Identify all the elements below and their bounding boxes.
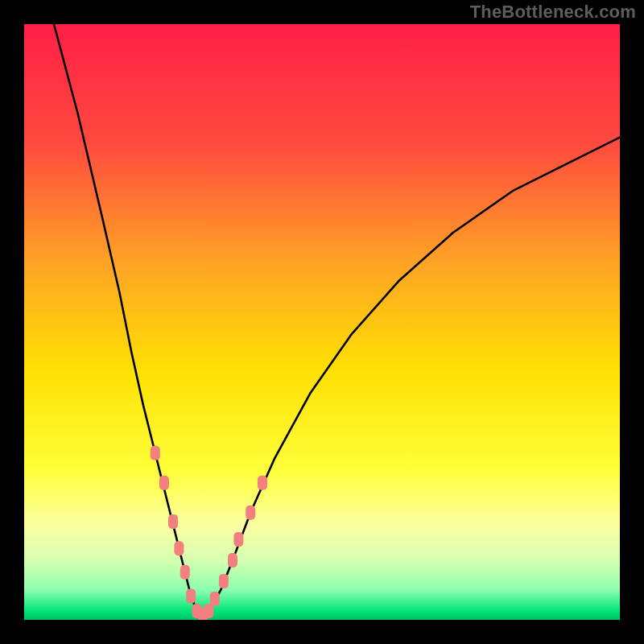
- curve-marker: [228, 553, 237, 568]
- curve-marker: [174, 541, 184, 555]
- curve-marker: [180, 565, 190, 580]
- curve-marker: [233, 532, 243, 547]
- watermark-text: TheBottleneck.com: [470, 2, 636, 23]
- curve-marker: [168, 514, 178, 529]
- bottleneck-chart: [24, 24, 620, 620]
- curve-marker: [151, 446, 160, 460]
- curve-marker: [186, 588, 196, 603]
- curve-marker: [159, 476, 169, 490]
- curve-marker: [246, 506, 255, 520]
- curve-marker: [210, 592, 220, 606]
- curve-marker: [258, 476, 267, 490]
- curve-marker: [204, 604, 213, 618]
- gradient-background: [24, 24, 620, 620]
- chart-frame: TheBottleneck.com: [0, 0, 644, 644]
- curve-marker: [219, 574, 229, 588]
- plot-area: [24, 24, 620, 620]
